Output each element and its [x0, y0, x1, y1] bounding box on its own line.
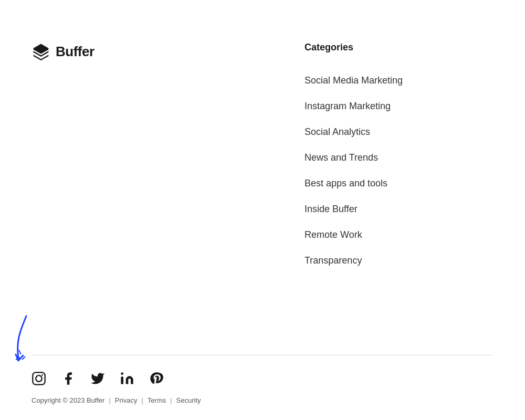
list-item: Social Media Marketing	[304, 68, 494, 93]
copyright-text: Copyright © 2023 Buffer	[32, 396, 104, 404]
category-link-social-media-marketing[interactable]: Social Media Marketing	[304, 75, 403, 86]
main-content: Buffer Categories Social Media Marketing…	[0, 0, 525, 355]
category-link-news-and-trends[interactable]: News and Trends	[304, 152, 378, 163]
logo-text: Buffer	[56, 44, 94, 60]
list-item: Remote Work	[304, 222, 494, 248]
left-section: Buffer	[32, 42, 304, 334]
terms-link[interactable]: Terms	[148, 396, 166, 404]
list-item: Social Analytics	[304, 119, 494, 145]
linkedin-icon	[120, 371, 134, 386]
separator-1: |	[109, 396, 110, 404]
copyright-bar: Copyright © 2023 Buffer | Privacy | Term…	[32, 396, 494, 404]
svg-rect-9	[121, 377, 123, 384]
footer-bottom: Copyright © 2023 Buffer | Privacy | Term…	[0, 355, 525, 420]
list-item: Inside Buffer	[304, 196, 494, 222]
linkedin-link[interactable]	[120, 371, 134, 386]
right-section: Categories Social Media Marketing Instag…	[304, 42, 494, 334]
separator-3: |	[170, 396, 172, 404]
category-link-transparency[interactable]: Transparency	[304, 255, 362, 266]
pinterest-link[interactable]	[149, 371, 164, 386]
category-link-instagram-marketing[interactable]: Instagram Marketing	[304, 101, 391, 111]
separator-2: |	[141, 396, 143, 404]
twitter-icon	[90, 371, 105, 386]
svg-line-4	[16, 358, 20, 360]
category-link-inside-buffer[interactable]: Inside Buffer	[304, 204, 358, 214]
security-link[interactable]: Security	[176, 396, 201, 404]
twitter-link[interactable]	[90, 371, 105, 386]
instagram-link[interactable]	[32, 371, 46, 386]
svg-point-8	[41, 374, 43, 376]
categories-heading: Categories	[304, 42, 494, 53]
facebook-icon	[61, 371, 76, 386]
svg-point-7	[36, 375, 42, 382]
page-wrapper: Buffer Categories Social Media Marketing…	[0, 0, 525, 420]
category-list: Social Media Marketing Instagram Marketi…	[304, 68, 494, 274]
list-item: Transparency	[304, 248, 494, 274]
privacy-link[interactable]: Privacy	[115, 396, 138, 404]
category-link-remote-work[interactable]: Remote Work	[304, 229, 362, 240]
list-item: Instagram Marketing	[304, 93, 494, 119]
instagram-wrapper	[32, 371, 46, 386]
pinterest-icon	[149, 371, 164, 386]
svg-line-3	[22, 356, 25, 360]
svg-point-10	[121, 372, 123, 375]
logo-container: Buffer	[32, 42, 94, 61]
facebook-link[interactable]	[61, 371, 76, 386]
list-item: News and Trends	[304, 145, 494, 171]
svg-rect-6	[33, 372, 45, 384]
social-icons	[32, 371, 494, 386]
category-link-best-apps[interactable]: Best apps and tools	[304, 178, 387, 188]
instagram-icon	[32, 371, 46, 386]
category-link-social-analytics[interactable]: Social Analytics	[304, 127, 370, 137]
buffer-logo-icon	[32, 42, 50, 61]
list-item: Best apps and tools	[304, 171, 494, 196]
